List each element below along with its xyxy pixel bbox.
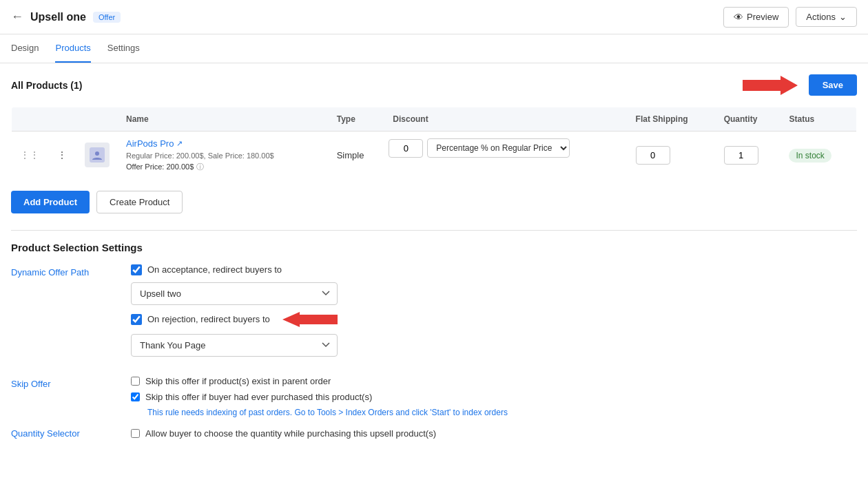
acceptance-dropdown[interactable]: Upsell two Upsell three Thank You Page (131, 282, 338, 305)
main-content: All Products (1) Save Name Type Discount… (0, 63, 868, 450)
dynamic-offer-path-row: Dynamic Offer Path On acceptance, redire… (11, 264, 857, 364)
skip-option2-row: Skip this offer if buyer had ever purcha… (131, 392, 857, 402)
save-btn-wrapper: Save (743, 74, 857, 96)
add-product-button[interactable]: Add Product (11, 191, 90, 213)
discount-type-select[interactable]: Percentage % on Regular Price Fixed No D… (427, 138, 570, 158)
info-icon[interactable]: ⓘ (196, 162, 204, 172)
rejection-label: On rejection, redirect buyers to (147, 314, 270, 324)
acceptance-label: On acceptance, redirect buyers to (147, 264, 282, 275)
col-thumb (76, 107, 118, 132)
all-products-count: All Products (1) (11, 80, 82, 91)
quantity-selector-content: Allow buyer to choose the quantity while… (131, 428, 436, 439)
name-cell: AirPods Pro ↗ Regular Price: 200.00$, Sa… (118, 132, 329, 180)
quantity-cell (716, 132, 781, 180)
back-button[interactable]: ← (11, 10, 23, 24)
skip-info-text: This rule needs indexing of past orders.… (147, 408, 857, 417)
svg-marker-3 (282, 312, 338, 327)
products-header-row: All Products (1) Save (11, 74, 857, 96)
actions-button[interactable]: Actions ⌄ (796, 7, 857, 27)
product-actions-row: Add Product Create Product (11, 191, 857, 213)
product-name: AirPods Pro (126, 138, 174, 149)
quantity-selector-label: Quantity Selector (11, 428, 114, 439)
external-link-icon: ↗ (176, 139, 183, 148)
status-cell: In stock (781, 132, 856, 180)
preview-label: Preview (747, 12, 778, 22)
products-table: Name Type Discount Flat Shipping Quantit… (11, 107, 857, 180)
flat-shipping-input[interactable] (636, 146, 670, 165)
skip-option2-label: Skip this offer if buyer had ever purcha… (145, 392, 372, 402)
col-quantity: Quantity (716, 107, 781, 132)
acceptance-checkbox[interactable] (131, 264, 142, 275)
page-title: Upsell one (30, 11, 86, 23)
tab-products[interactable]: Products (55, 34, 90, 63)
offer-badge: Offer (93, 12, 121, 23)
header-left: ← Upsell one Offer (11, 10, 121, 24)
col-type: Type (329, 107, 385, 132)
section-title: Product Selection Settings (11, 230, 857, 253)
skip-option1-checkbox[interactable] (131, 377, 140, 386)
product-name-link[interactable]: AirPods Pro ↗ (126, 138, 320, 149)
flat-shipping-cell (628, 132, 716, 180)
more-cell: ⋮ (48, 132, 76, 180)
dynamic-offer-path-label: Dynamic Offer Path (11, 264, 114, 277)
header-right: 👁 Preview Actions ⌄ (723, 7, 857, 28)
skip-offer-label: Skip Offer (11, 376, 114, 389)
quantity-selector-checkbox[interactable] (131, 429, 140, 438)
type-cell: Simple (329, 132, 385, 180)
product-type: Simple (337, 150, 364, 160)
skip-offer-row: Skip Offer Skip this offer if product(s)… (11, 376, 857, 420)
svg-point-2 (95, 151, 99, 156)
rejection-dropdown-wrapper: Thank You Page Upsell two Upsell three (131, 334, 857, 357)
tab-settings[interactable]: Settings (107, 34, 140, 63)
quantity-selector-row: Quantity Selector Allow buyer to choose … (11, 428, 857, 439)
table-row: ⋮⋮ ⋮ (12, 132, 857, 180)
rejection-dropdown[interactable]: Thank You Page Upsell two Upsell three (131, 334, 338, 357)
product-thumbnail (85, 143, 110, 167)
save-button[interactable]: Save (809, 74, 857, 96)
more-options-button[interactable]: ⋮ (56, 148, 68, 162)
col-status: Status (781, 107, 856, 132)
status-badge: In stock (789, 149, 831, 163)
acceptance-dropdown-wrapper: Upsell two Upsell three Thank You Page (131, 282, 857, 305)
skip-offer-content: Skip this offer if product(s) exist in p… (131, 376, 857, 420)
quantity-selector-option-label: Allow buyer to choose the quantity while… (145, 428, 436, 439)
product-offer-price: Offer Price: 200.00$ ⓘ (126, 162, 320, 172)
col-drag (12, 107, 48, 132)
eye-icon: 👁 (734, 12, 743, 23)
col-flat-shipping: Flat Shipping (628, 107, 716, 132)
col-name: Name (118, 107, 329, 132)
skip-option2-checkbox[interactable] (131, 392, 140, 401)
create-product-button[interactable]: Create Product (96, 191, 183, 213)
drag-handle-cell: ⋮⋮ (12, 132, 48, 180)
product-image-icon (90, 147, 105, 163)
product-regular-price: Regular Price: 200.00$, Sale Price: 180.… (126, 150, 320, 162)
col-discount: Discount (384, 107, 627, 132)
thumb-cell (76, 132, 118, 180)
right-arrow-indicator (743, 76, 798, 95)
skip-option1-row: Skip this offer if product(s) exist in p… (131, 376, 857, 386)
left-arrow-indicator (282, 312, 338, 327)
actions-label: Actions (806, 12, 836, 22)
header: ← Upsell one Offer 👁 Preview Actions ⌄ (0, 0, 868, 34)
rejection-checkbox-row: On rejection, redirect buyers to (131, 312, 857, 327)
chevron-down-icon: ⌄ (839, 12, 847, 22)
quantity-input[interactable] (724, 146, 758, 165)
discount-cell: Percentage % on Regular Price Fixed No D… (384, 132, 627, 165)
skip-option1-label: Skip this offer if product(s) exist in p… (145, 376, 331, 386)
tab-design[interactable]: Design (11, 34, 39, 63)
col-more (48, 107, 76, 132)
tabs: Design Products Settings (0, 34, 868, 63)
drag-handle-icon[interactable]: ⋮⋮ (20, 149, 39, 160)
preview-button[interactable]: 👁 Preview (723, 7, 789, 28)
svg-marker-0 (743, 76, 798, 95)
discount-value-input[interactable] (389, 139, 423, 158)
rejection-checkbox[interactable] (131, 314, 142, 325)
dynamic-offer-path-content: On acceptance, redirect buyers to Upsell… (131, 264, 857, 364)
acceptance-checkbox-row: On acceptance, redirect buyers to (131, 264, 857, 275)
